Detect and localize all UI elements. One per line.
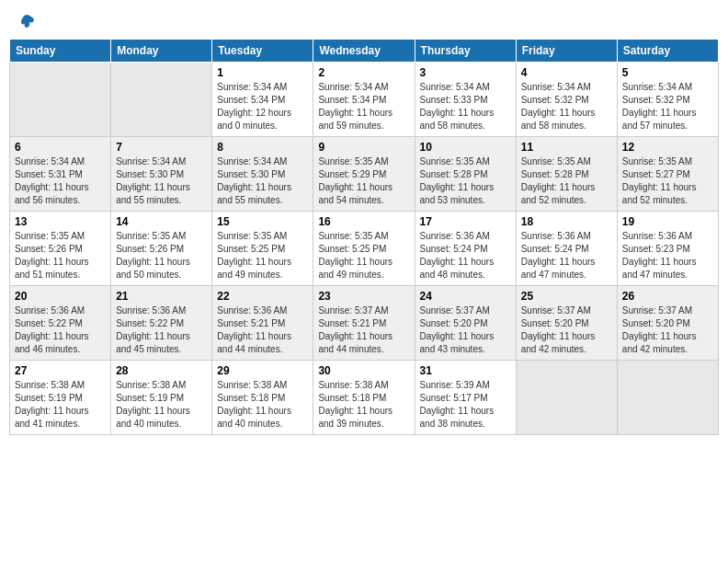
day-info: Sunrise: 5:37 AMSunset: 5:20 PMDaylight:… — [521, 304, 612, 356]
calendar-cell: 18Sunrise: 5:36 AMSunset: 5:24 PMDayligh… — [516, 212, 617, 286]
calendar-cell: 4Sunrise: 5:34 AMSunset: 5:32 PMDaylight… — [516, 63, 617, 137]
day-info: Sunrise: 5:35 AMSunset: 5:27 PMDaylight:… — [622, 155, 713, 207]
calendar-cell — [516, 361, 617, 435]
logo — [17, 13, 37, 28]
day-info: Sunrise: 5:34 AMSunset: 5:32 PMDaylight:… — [521, 81, 612, 132]
calendar-cell: 23Sunrise: 5:37 AMSunset: 5:21 PMDayligh… — [313, 286, 415, 361]
calendar-week-5: 27Sunrise: 5:38 AMSunset: 5:19 PMDayligh… — [10, 361, 719, 435]
calendar-cell: 2Sunrise: 5:34 AMSunset: 5:34 PMDaylight… — [313, 63, 415, 137]
day-info: Sunrise: 5:38 AMSunset: 5:19 PMDaylight:… — [116, 379, 207, 431]
calendar-cell: 15Sunrise: 5:35 AMSunset: 5:25 PMDayligh… — [212, 212, 313, 286]
day-info: Sunrise: 5:36 AMSunset: 5:22 PMDaylight:… — [15, 304, 106, 356]
day-number: 26 — [622, 290, 713, 303]
calendar-cell: 13Sunrise: 5:35 AMSunset: 5:26 PMDayligh… — [10, 212, 111, 286]
day-number: 16 — [318, 215, 409, 228]
day-info: Sunrise: 5:34 AMSunset: 5:34 PMDaylight:… — [217, 81, 308, 132]
day-info: Sunrise: 5:35 AMSunset: 5:26 PMDaylight:… — [116, 230, 207, 282]
day-info: Sunrise: 5:36 AMSunset: 5:21 PMDaylight:… — [217, 304, 308, 356]
day-number: 13 — [15, 215, 106, 228]
day-number: 23 — [318, 290, 409, 303]
day-info: Sunrise: 5:39 AMSunset: 5:17 PMDaylight:… — [420, 379, 511, 431]
day-number: 8 — [217, 141, 308, 154]
calendar-cell: 22Sunrise: 5:36 AMSunset: 5:21 PMDayligh… — [212, 286, 313, 361]
calendar-header-row: SundayMondayTuesdayWednesdayThursdayFrid… — [10, 40, 719, 63]
calendar-cell — [10, 63, 111, 137]
calendar-cell: 12Sunrise: 5:35 AMSunset: 5:27 PMDayligh… — [617, 137, 718, 212]
day-info: Sunrise: 5:37 AMSunset: 5:21 PMDaylight:… — [318, 304, 409, 356]
day-info: Sunrise: 5:35 AMSunset: 5:28 PMDaylight:… — [521, 155, 612, 207]
day-info: Sunrise: 5:35 AMSunset: 5:25 PMDaylight:… — [217, 230, 308, 282]
day-header-monday: Monday — [111, 40, 212, 63]
day-info: Sunrise: 5:38 AMSunset: 5:18 PMDaylight:… — [318, 379, 409, 431]
calendar-cell: 29Sunrise: 5:38 AMSunset: 5:18 PMDayligh… — [212, 361, 313, 435]
calendar-cell — [111, 63, 212, 137]
day-info: Sunrise: 5:37 AMSunset: 5:20 PMDaylight:… — [420, 304, 511, 356]
day-number: 7 — [116, 141, 207, 154]
calendar-cell: 7Sunrise: 5:34 AMSunset: 5:30 PMDaylight… — [111, 137, 212, 212]
day-number: 31 — [420, 364, 511, 377]
day-info: Sunrise: 5:38 AMSunset: 5:18 PMDaylight:… — [217, 379, 308, 431]
day-number: 24 — [420, 290, 511, 303]
day-info: Sunrise: 5:34 AMSunset: 5:30 PMDaylight:… — [116, 155, 207, 207]
day-number: 25 — [521, 290, 612, 303]
calendar-cell: 8Sunrise: 5:34 AMSunset: 5:30 PMDaylight… — [212, 137, 313, 212]
calendar-table: SundayMondayTuesdayWednesdayThursdayFrid… — [9, 39, 719, 435]
logo-bird-icon — [17, 13, 36, 31]
calendar-cell: 19Sunrise: 5:36 AMSunset: 5:23 PMDayligh… — [617, 212, 718, 286]
calendar-cell: 16Sunrise: 5:35 AMSunset: 5:25 PMDayligh… — [313, 212, 415, 286]
day-info: Sunrise: 5:34 AMSunset: 5:34 PMDaylight:… — [318, 81, 409, 132]
day-header-saturday: Saturday — [617, 40, 718, 63]
calendar-cell: 24Sunrise: 5:37 AMSunset: 5:20 PMDayligh… — [415, 286, 516, 361]
calendar-week-3: 13Sunrise: 5:35 AMSunset: 5:26 PMDayligh… — [10, 212, 719, 286]
day-number: 22 — [217, 290, 308, 303]
day-number: 12 — [622, 141, 713, 154]
day-header-sunday: Sunday — [10, 40, 111, 63]
day-info: Sunrise: 5:38 AMSunset: 5:19 PMDaylight:… — [15, 379, 106, 431]
page-header — [9, 9, 719, 31]
day-info: Sunrise: 5:36 AMSunset: 5:24 PMDaylight:… — [420, 230, 511, 282]
day-number: 2 — [318, 66, 409, 79]
day-number: 18 — [521, 215, 612, 228]
day-info: Sunrise: 5:34 AMSunset: 5:30 PMDaylight:… — [217, 155, 308, 207]
day-info: Sunrise: 5:35 AMSunset: 5:28 PMDaylight:… — [420, 155, 511, 207]
day-number: 19 — [622, 215, 713, 228]
calendar-cell: 5Sunrise: 5:34 AMSunset: 5:32 PMDaylight… — [617, 63, 718, 137]
day-number: 20 — [15, 290, 106, 303]
day-number: 21 — [116, 290, 207, 303]
calendar-cell: 14Sunrise: 5:35 AMSunset: 5:26 PMDayligh… — [111, 212, 212, 286]
calendar-cell: 3Sunrise: 5:34 AMSunset: 5:33 PMDaylight… — [415, 63, 516, 137]
calendar-week-4: 20Sunrise: 5:36 AMSunset: 5:22 PMDayligh… — [10, 286, 719, 361]
calendar-cell: 30Sunrise: 5:38 AMSunset: 5:18 PMDayligh… — [313, 361, 415, 435]
calendar-cell: 17Sunrise: 5:36 AMSunset: 5:24 PMDayligh… — [415, 212, 516, 286]
day-info: Sunrise: 5:37 AMSunset: 5:20 PMDaylight:… — [622, 304, 713, 356]
day-number: 14 — [116, 215, 207, 228]
day-header-thursday: Thursday — [415, 40, 516, 63]
day-info: Sunrise: 5:34 AMSunset: 5:32 PMDaylight:… — [622, 81, 713, 132]
calendar-cell: 26Sunrise: 5:37 AMSunset: 5:20 PMDayligh… — [617, 286, 718, 361]
day-info: Sunrise: 5:36 AMSunset: 5:24 PMDaylight:… — [521, 230, 612, 282]
day-header-tuesday: Tuesday — [212, 40, 313, 63]
day-number: 11 — [521, 141, 612, 154]
day-number: 15 — [217, 215, 308, 228]
day-number: 9 — [318, 141, 409, 154]
calendar-cell: 6Sunrise: 5:34 AMSunset: 5:31 PMDaylight… — [10, 137, 111, 212]
day-number: 10 — [420, 141, 511, 154]
day-number: 17 — [420, 215, 511, 228]
calendar-cell: 1Sunrise: 5:34 AMSunset: 5:34 PMDaylight… — [212, 63, 313, 137]
day-header-friday: Friday — [516, 40, 617, 63]
day-number: 28 — [116, 364, 207, 377]
day-header-wednesday: Wednesday — [313, 40, 415, 63]
day-number: 5 — [622, 66, 713, 79]
day-info: Sunrise: 5:36 AMSunset: 5:22 PMDaylight:… — [116, 304, 207, 356]
calendar-cell: 20Sunrise: 5:36 AMSunset: 5:22 PMDayligh… — [10, 286, 111, 361]
day-number: 6 — [15, 141, 106, 154]
calendar-week-2: 6Sunrise: 5:34 AMSunset: 5:31 PMDaylight… — [10, 137, 719, 212]
day-info: Sunrise: 5:35 AMSunset: 5:25 PMDaylight:… — [318, 230, 409, 282]
calendar-cell: 28Sunrise: 5:38 AMSunset: 5:19 PMDayligh… — [111, 361, 212, 435]
day-info: Sunrise: 5:34 AMSunset: 5:33 PMDaylight:… — [420, 81, 511, 132]
day-info: Sunrise: 5:35 AMSunset: 5:26 PMDaylight:… — [15, 230, 106, 282]
calendar-cell: 11Sunrise: 5:35 AMSunset: 5:28 PMDayligh… — [516, 137, 617, 212]
calendar-cell: 25Sunrise: 5:37 AMSunset: 5:20 PMDayligh… — [516, 286, 617, 361]
day-number: 29 — [217, 364, 308, 377]
day-number: 4 — [521, 66, 612, 79]
